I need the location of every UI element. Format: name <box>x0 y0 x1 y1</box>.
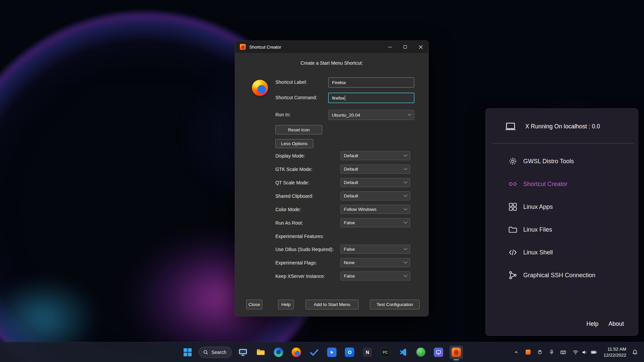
gwsl-panel: X Running On localhost : 0.0 GWSL Distro… <box>485 108 638 336</box>
selected-value: False <box>344 220 355 225</box>
add-to-start-menu-button[interactable]: Add to Start Menu <box>306 300 359 309</box>
shortcut-label-row: Shortcut Label: Firefox <box>235 77 428 87</box>
panel-header: X Running On localhost : 0.0 <box>504 119 600 134</box>
selected-value: Follow Windows <box>344 207 377 212</box>
outlook-app-button[interactable]: O <box>343 346 357 359</box>
tray-gwsl-button[interactable] <box>523 346 533 359</box>
battery-icon <box>591 349 597 355</box>
experimental-features-heading: Experimental Features: <box>275 234 324 239</box>
remote-app-button[interactable] <box>432 346 445 359</box>
onenote-app-button[interactable]: N <box>361 346 374 359</box>
panel-menu: GWSL Distro Tools Shortcut Creator Linux… <box>486 150 638 287</box>
clock-time: 11:52 AM <box>607 346 626 352</box>
less-options-button[interactable]: Less Options <box>275 139 313 148</box>
panel-item-gwsl-distro-tools[interactable]: GWSL Distro Tools <box>486 150 638 173</box>
panel-help-link[interactable]: Help <box>586 320 598 327</box>
panel-item-label: GWSL Distro Tools <box>523 158 574 165</box>
field-label: Color Mode: <box>275 207 301 212</box>
experimental-flags-select[interactable]: None <box>340 258 410 267</box>
edge-browser-button[interactable] <box>272 346 285 359</box>
run-in-select[interactable]: Ubuntu_20.04 <box>328 110 414 120</box>
field-label: Use DBus (Sudo Required): <box>275 247 334 252</box>
gwsl-icon <box>452 348 461 357</box>
qt-scale-mode-select[interactable]: Default <box>340 178 410 187</box>
selected-value: Default <box>344 193 358 198</box>
usb-icon <box>537 349 543 355</box>
selected-value: Default <box>344 153 358 158</box>
close-window-button[interactable] <box>413 41 428 53</box>
shortcut-command-row: Shortcut Command: firefox <box>235 93 428 102</box>
play-icon <box>327 348 337 357</box>
todo-app-button[interactable] <box>308 346 321 359</box>
input-value: Firefox <box>332 80 346 85</box>
panel-item-label: Linux Apps <box>523 203 553 210</box>
shortcut-command-input[interactable]: firefox <box>328 93 414 103</box>
reset-icon-button[interactable]: Reset Icon <box>275 125 322 134</box>
minimize-icon <box>388 47 392 47</box>
quick-settings-button[interactable] <box>570 346 600 359</box>
panel-item-linux-shell[interactable]: Linux Shell <box>486 241 638 264</box>
gwsl-app-button[interactable] <box>450 346 463 359</box>
panel-footer: Help About <box>586 320 624 327</box>
taskbar-search[interactable]: Search <box>199 347 232 358</box>
display-mode-select[interactable]: Default <box>340 151 410 160</box>
titlebar[interactable]: Shortcut Creator <box>235 41 428 53</box>
windows-logo-icon <box>183 348 192 357</box>
chevron-down-icon <box>404 246 407 250</box>
taskbar-clock[interactable]: 11:52 AM 12/22/2022 <box>601 346 628 359</box>
firefox-browser-button[interactable] <box>290 346 303 359</box>
green-app-button[interactable] <box>414 346 428 359</box>
panel-item-linux-files[interactable]: Linux Files <box>486 218 638 241</box>
maximize-button[interactable] <box>397 41 413 53</box>
panel-item-label: Linux Shell <box>523 249 553 256</box>
field-label: Shortcut Command: <box>275 95 317 100</box>
onenote-icon: N <box>363 348 372 357</box>
color-mode-row: Color Mode: Follow Windows <box>235 205 428 214</box>
run-as-root-select[interactable]: False <box>340 218 410 227</box>
keep-xserver-row: Keep XServer Instance: False <box>235 272 428 281</box>
field-label: Run In: <box>275 112 290 117</box>
movies-app-button[interactable] <box>325 346 339 359</box>
use-dbus-select[interactable]: False <box>340 245 410 254</box>
tray-microphone-button[interactable] <box>546 346 556 359</box>
computer-app-button[interactable] <box>236 346 250 359</box>
tray-overflow-button[interactable] <box>511 346 521 359</box>
color-mode-select[interactable]: Follow Windows <box>340 205 410 214</box>
panel-item-shortcut-creator[interactable]: Shortcut Creator <box>486 173 638 195</box>
maximize-icon <box>404 45 407 49</box>
firefox-icon <box>292 348 301 357</box>
chevron-down-icon <box>404 153 407 156</box>
outlook-icon: O <box>345 348 355 357</box>
panel-item-linux-apps[interactable]: Linux Apps <box>486 195 638 218</box>
field-label: Experimental Flags: <box>275 260 317 265</box>
microphone-icon <box>549 349 554 355</box>
panel-item-graphical-ssh-connection[interactable]: Graphical SSH Connection <box>486 264 638 287</box>
vscode-icon <box>399 348 408 357</box>
chevron-down-icon <box>404 166 407 170</box>
selected-value: False <box>344 274 355 279</box>
panel-item-label: Shortcut Creator <box>523 181 568 188</box>
shortcut-creator-window: Shortcut Creator Create a Start Menu Sho… <box>235 41 429 316</box>
vscode-app-button[interactable] <box>396 346 410 359</box>
shared-clipboard-select[interactable]: Default <box>340 191 410 200</box>
file-explorer-button[interactable] <box>254 346 268 359</box>
code-icon <box>508 247 518 257</box>
gtk-scale-mode-select[interactable]: Default <box>340 165 410 174</box>
pycharm-app-button[interactable]: PC <box>379 346 392 359</box>
start-button[interactable] <box>181 346 194 359</box>
help-button[interactable]: Help <box>278 300 294 309</box>
notification-center-button[interactable] <box>630 346 640 359</box>
close-button[interactable]: Close <box>246 300 262 309</box>
panel-about-link[interactable]: About <box>608 320 624 327</box>
tray-keyboard-button[interactable] <box>558 346 568 359</box>
taskbar: Search O N PC <box>0 342 644 362</box>
x-server-status: X Running On localhost : 0.0 <box>525 123 600 130</box>
tray-usb-button[interactable] <box>535 346 545 359</box>
keep-xserver-select[interactable]: False <box>340 272 410 281</box>
field-label: Shared Clipboard: <box>275 193 313 199</box>
chevron-down-icon <box>404 193 407 196</box>
shortcut-label-input[interactable]: Firefox <box>328 77 414 87</box>
selected-value: None <box>344 260 355 265</box>
test-configuration-button[interactable]: Test Configuration <box>370 300 420 309</box>
minimize-button[interactable] <box>382 41 397 53</box>
